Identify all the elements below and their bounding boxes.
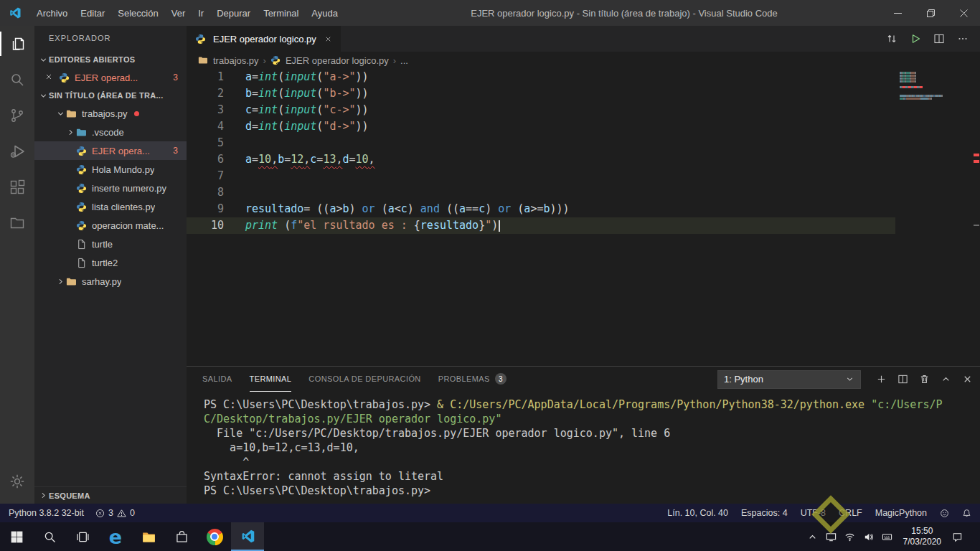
terminal-selector[interactable]: 1: Python xyxy=(717,370,861,389)
breadcrumb-file[interactable]: EJER operador logico.py xyxy=(270,55,389,66)
code-line-7[interactable]: 7 xyxy=(187,168,980,184)
close-panel-button[interactable] xyxy=(962,374,973,385)
line-number: 10 xyxy=(187,217,224,234)
menu-depurar[interactable]: Depurar xyxy=(210,0,257,26)
files-icon[interactable] xyxy=(0,26,34,62)
notifications-bell-icon[interactable] xyxy=(962,509,971,518)
run-icon[interactable] xyxy=(910,33,921,44)
wifi-icon[interactable] xyxy=(844,532,855,542)
volume-icon[interactable] xyxy=(863,532,874,542)
code-line-3[interactable]: 3c=int(input("c->")) xyxy=(187,102,980,118)
menu-ayuda[interactable]: Ayuda xyxy=(305,0,344,26)
menu-selecci-n[interactable]: Selección xyxy=(111,0,164,26)
menu-terminal[interactable]: Terminal xyxy=(257,0,305,26)
code-line-5[interactable]: 5 xyxy=(187,135,980,151)
tree-item-hola-mundo-py[interactable]: Hola Mundo.py xyxy=(34,160,187,179)
python-interpreter-status[interactable]: Python 3.8.2 32-bit xyxy=(9,508,84,518)
problems-count-badge: 3 xyxy=(173,72,178,83)
new-terminal-button[interactable] xyxy=(876,374,887,385)
menu-archivo[interactable]: Archivo xyxy=(30,0,74,26)
problems-status[interactable]: 3 0 xyxy=(95,508,135,518)
python-icon xyxy=(270,55,282,66)
menu-ver[interactable]: Ver xyxy=(165,0,192,26)
taskbar-edge-button[interactable]: e xyxy=(99,522,132,551)
open-changes-icon[interactable] xyxy=(886,33,897,44)
tree-item-label: .vscode xyxy=(92,127,124,138)
taskbar-file-explorer-button[interactable] xyxy=(132,522,165,551)
minimap[interactable] xyxy=(895,69,980,366)
open-editor-item[interactable]: EJER operad... 3 xyxy=(34,68,187,87)
split-editor-icon[interactable] xyxy=(933,33,945,44)
taskbar-search-button[interactable] xyxy=(33,522,66,551)
tree-item-inserte-numero-py[interactable]: inserte numero.py xyxy=(34,179,187,197)
workspace-header[interactable]: SIN TÍTULO (ÁREA DE TRA... xyxy=(34,87,187,104)
close-window-button[interactable] xyxy=(947,0,980,26)
debug-icon[interactable] xyxy=(0,133,34,169)
folder-view-icon[interactable] xyxy=(0,205,34,241)
tree-item-turtle2[interactable]: turtle2 xyxy=(34,253,187,272)
code-line-4[interactable]: 4d=int(input("d->")) xyxy=(187,118,980,135)
display-icon[interactable] xyxy=(826,532,837,542)
tree-item-operacion-mate-[interactable]: operacion mate... xyxy=(34,216,187,235)
tree-item-sarhay-py[interactable]: sarhay.py xyxy=(34,272,187,291)
restore-button[interactable] xyxy=(914,0,947,26)
taskbar-clock[interactable]: 15:50 7/03/2020 xyxy=(900,526,944,547)
chevron-up-icon[interactable] xyxy=(807,532,818,542)
tree-item-lista-clientes-py[interactable]: lista clientes.py xyxy=(34,197,187,216)
feedback-icon[interactable] xyxy=(940,509,949,518)
file-icon xyxy=(76,238,89,250)
tree-item-trabajos-py[interactable]: trabajos.py xyxy=(34,104,187,123)
menu-editar[interactable]: Editar xyxy=(74,0,111,26)
close-icon[interactable] xyxy=(44,72,55,83)
line-number: 8 xyxy=(187,184,224,201)
tab-problemas[interactable]: PROBLEMAS 3 xyxy=(438,367,507,392)
close-tab-icon[interactable] xyxy=(324,35,332,43)
menu-ir[interactable]: Ir xyxy=(192,0,210,26)
search-icon[interactable] xyxy=(0,62,34,98)
taskbar-vscode-button[interactable] xyxy=(231,522,264,551)
tree-item--vscode[interactable]: .vscode xyxy=(34,123,187,141)
tab-consola-de-depuracion[interactable]: CONSOLA DE DEPURACIÓN xyxy=(308,367,420,392)
source-control-icon[interactable] xyxy=(0,98,34,133)
encoding-status[interactable]: UTF-8 xyxy=(801,508,826,518)
terminal-output[interactable]: PS C:\Users\PC\Desktop\trabajos.py> & C:… xyxy=(187,392,980,504)
breadcrumb-symbol[interactable]: ... xyxy=(400,55,408,66)
code-line-8[interactable]: 8 xyxy=(187,184,980,201)
action-center-icon[interactable] xyxy=(952,532,963,542)
taskbar-chrome-button[interactable] xyxy=(198,522,231,551)
indentation-status[interactable]: Espacios: 4 xyxy=(741,508,788,518)
code-editor[interactable]: 1a=int(input("a->"))2b=int(input("b->"))… xyxy=(187,69,980,366)
extensions-icon[interactable] xyxy=(0,169,34,205)
open-editors-header[interactable]: EDITORES ABIERTOS xyxy=(34,51,187,68)
minimize-button[interactable] xyxy=(881,0,914,26)
taskbar-task-view-button[interactable] xyxy=(66,522,99,551)
chevron-down-icon xyxy=(37,54,49,65)
taskbar-store-button[interactable] xyxy=(165,522,198,551)
tree-item-turtle[interactable]: turtle xyxy=(34,235,187,253)
maximize-panel-button[interactable] xyxy=(941,374,951,385)
tab-terminal[interactable]: TERMINAL xyxy=(250,367,292,392)
code-line-2[interactable]: 2b=int(input("b->")) xyxy=(187,85,980,102)
split-terminal-button[interactable] xyxy=(897,374,908,385)
kill-terminal-button[interactable] xyxy=(919,374,930,385)
settings-gear-icon[interactable] xyxy=(0,463,34,499)
outline-header[interactable]: ESQUEMA xyxy=(34,486,187,504)
code-line-9[interactable]: 9resultado= ((a>b) or (a<c) and ((a==c) … xyxy=(187,201,980,217)
tab-salida[interactable]: SALIDA xyxy=(202,367,232,392)
more-actions-icon[interactable] xyxy=(957,33,969,44)
error-count: 3 xyxy=(108,508,113,518)
cursor-position-status[interactable]: Lín. 10, Col. 40 xyxy=(667,508,728,518)
keyboard-icon[interactable] xyxy=(882,532,892,542)
open-editors-header-label: EDITORES ABIERTOS xyxy=(49,55,135,64)
breadcrumb-folder[interactable]: trabajos.py xyxy=(198,55,259,66)
tab-ejer-operador-logico[interactable]: EJER operador logico.py xyxy=(187,26,341,52)
language-mode-status[interactable]: MagicPython xyxy=(875,508,927,518)
code-line-1[interactable]: 1a=int(input("a->")) xyxy=(187,69,980,85)
tree-item-ejer-opera-[interactable]: EJER opera...3 xyxy=(34,141,187,160)
error-dot xyxy=(134,111,139,116)
eol-status[interactable]: CRLF xyxy=(839,508,862,518)
taskbar-start-button[interactable] xyxy=(0,522,33,551)
code-line-6[interactable]: 6a=10,b=12,c=13,d=10, xyxy=(187,151,980,168)
activity-bar xyxy=(0,26,34,504)
code-line-10[interactable]: 10print (f"el rsultado es : {resultado}"… xyxy=(187,217,980,234)
